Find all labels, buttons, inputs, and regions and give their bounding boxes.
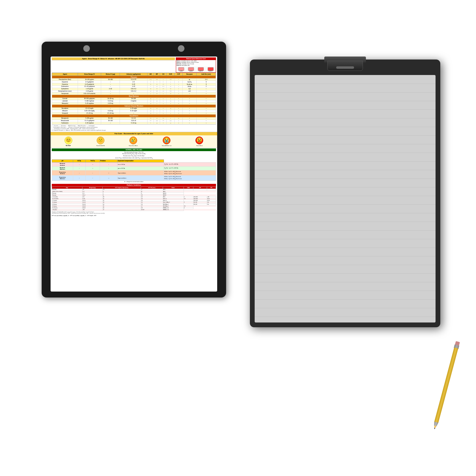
scene: Agent Dose Range IV Bolus IV Infusion HR… <box>30 30 446 446</box>
abg-title: NORMAL ABG VALUES <box>52 148 216 151</box>
peds-footnote: *Pediatrics 97:10(71)38b,10–30ᵘ percenti… <box>52 211 216 215</box>
peds-title: Pediatric Guidelines <box>52 184 216 187</box>
clip-spring <box>327 61 363 71</box>
reference-card-content: Agent Dose Range IV Bolus IV Infusion HR… <box>51 57 217 292</box>
whole-lot-label: Hurts A Whole Lot <box>162 145 171 146</box>
mallampati-box: Medical Quick Reference Card Class I: so… <box>176 57 216 73</box>
face-worst: 😫 Hurts Worst <box>195 137 203 147</box>
pencil-body <box>434 347 458 423</box>
clip-mechanism <box>324 57 366 71</box>
front-clipboard <box>250 60 440 327</box>
no-hurt-label: No Hurt <box>65 145 72 147</box>
reference-card: Agent Dose Range IV Bolus IV Infusion HR… <box>51 57 217 292</box>
worst-label: Hurts Worst <box>195 145 203 146</box>
abg-table: pH HCO₃ PaCO₂ Problem Expected Compensat… <box>52 159 216 181</box>
ett-formula: ETT size (uncuffed) = (age/4) + 4 ETT si… <box>52 215 216 217</box>
hole-left <box>83 45 90 52</box>
pain-faces-row: 😊 No Hurt 🙁 Hurts A Little Bit 😢 Hurts E… <box>51 135 217 148</box>
face-more: 😢 Hurts Even More <box>129 137 138 147</box>
back-clipboard: Agent Dose Range IV Bolus IV Infusion HR… <box>42 42 226 298</box>
hole-right <box>178 45 184 52</box>
mallampati-title: Medical Quick Reference Card <box>176 58 216 60</box>
pencil <box>432 342 460 429</box>
pencil-tip-point <box>434 428 435 430</box>
little-label: Hurts A Little Bit <box>96 145 105 146</box>
face-whole-lot: 😭 Hurts A Whole Lot <box>162 137 171 147</box>
abg-normals: Normal arterial pH range: 7.35–7.45 Norm… <box>52 151 216 160</box>
med-legend: ↑↑ - Increase, ↓↓ - Decrease, ↑ - Slight… <box>52 124 216 132</box>
medications-section: AgentDose Range IVBolus IV (μg)Infusion … <box>51 73 217 132</box>
abg-section: NORMAL ABG VALUES Normal arterial pH ran… <box>51 148 217 183</box>
face-little: 🙁 Hurts A Little Bit <box>96 137 105 147</box>
clip-detail <box>336 66 354 69</box>
abg-note: Δ = change from normal values above <box>52 181 216 183</box>
more-label: Hurts Even More <box>129 145 138 146</box>
med-table-header: Agent Dose Range IV Bolus IV Infusion HR… <box>52 57 175 60</box>
notepad-lines <box>255 75 436 322</box>
peds-section: Pediatric Guidelines Age Weight (kg) ETT… <box>51 183 217 217</box>
notepad-paper <box>255 75 436 322</box>
face-no-hurt: 😊 No Hurt <box>65 137 72 147</box>
peds-table: Age Weight (kg) ETT depth @ lips (mm) ET… <box>52 187 216 211</box>
pain-scale-title: Pain Scale – Recommended for ages 3 year… <box>51 132 217 135</box>
